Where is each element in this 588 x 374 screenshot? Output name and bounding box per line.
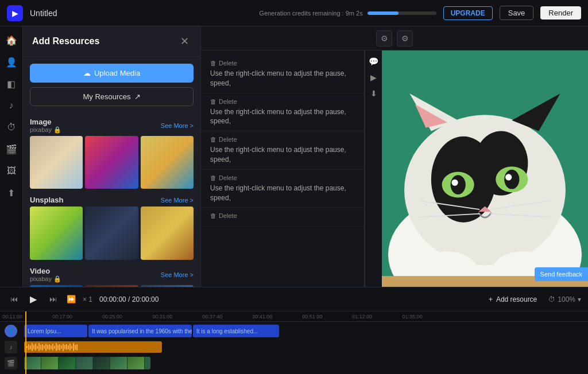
svg-point-12 xyxy=(451,180,458,186)
playback-controls: ⏮ ▶ ⏭ ⏩ × 1 xyxy=(7,291,92,307)
play-button[interactable]: ▶ xyxy=(25,291,41,307)
sidebar-item-audio[interactable]: ♪ xyxy=(2,96,21,115)
video-track-icon: 🎬 xyxy=(5,357,17,369)
track-delete-3[interactable]: 🗑 Delete xyxy=(210,136,355,143)
panel-header: Add Resources ✕ xyxy=(23,26,200,57)
track-item[interactable]: 🗑 Delete xyxy=(201,208,364,227)
save-button[interactable]: Save xyxy=(500,6,534,20)
timeline-video-clip[interactable] xyxy=(24,357,150,369)
trash-icon: 🗑 xyxy=(210,136,216,143)
track-item[interactable]: 🗑 Delete Use the right-click menu to adj… xyxy=(201,170,364,208)
zoom-control[interactable]: ⏱ 100% ▾ xyxy=(548,295,581,303)
preview-image: Send feedback xyxy=(382,50,588,287)
timeline-playhead[interactable] xyxy=(25,311,26,374)
resources-panel: Add Resources ✕ ☁ Upload Media My Resour… xyxy=(23,26,201,287)
timeline-audio-clip[interactable] xyxy=(24,341,162,353)
rewind-button[interactable]: ⏮ xyxy=(7,293,21,306)
content-split: 🗑 Delete Use the right-click menu to adj… xyxy=(201,50,588,287)
trash-icon: 🗑 xyxy=(210,174,216,181)
trash-icon: 🗑 xyxy=(210,212,216,219)
audio-track-icon: ♪ xyxy=(5,341,17,353)
image-thumb-3[interactable] xyxy=(141,136,194,189)
panel-actions: ☁ Upload Media My Resources ↗ xyxy=(23,57,200,111)
video-frame-1 xyxy=(24,357,41,369)
video-frame-4 xyxy=(76,357,93,369)
track-delete-4[interactable]: 🗑 Delete xyxy=(210,174,355,181)
track-item[interactable]: 🗑 Delete Use the right-click menu to adj… xyxy=(201,94,364,132)
sidebar-item-upload[interactable]: ⬆ xyxy=(2,184,21,202)
sidebar-item-film[interactable]: 🎬 xyxy=(2,140,21,158)
video-see-more[interactable]: See More > xyxy=(161,271,194,278)
panel-scroll[interactable]: Image pixabay 🔒 See More > Unsplash See … xyxy=(23,111,200,287)
timeline-row-text: 👤 Lorem Ipsu... It was popularised in th… xyxy=(24,324,586,338)
track-delete-5[interactable]: 🗑 Delete xyxy=(210,212,355,219)
timeline-ruler: 00:11:00 00:17:00 00:25:00 00:31:00 00:3… xyxy=(0,311,588,322)
image-thumb-1[interactable] xyxy=(30,136,83,189)
image-section-sub: pixabay 🔒 xyxy=(30,126,61,134)
credits-info: Generation credits remaining : 9m 2s xyxy=(259,10,436,17)
ruler-mark: 00:25:00 xyxy=(102,314,122,320)
sidebar-item-layers[interactable]: ◧ xyxy=(2,75,21,93)
unsplash-section-title: Unsplash xyxy=(30,196,64,204)
sidebar-item-clock[interactable]: ⏱ xyxy=(2,118,21,137)
playback-bar: ⏮ ▶ ⏭ ⏩ × 1 00:00:00 / 20:00:00 + Add re… xyxy=(0,287,588,311)
my-resources-button[interactable]: My Resources ↗ xyxy=(30,87,194,106)
preview-panel: 💬 ▶ ⬇ xyxy=(364,50,588,287)
timeline-clip-1[interactable]: Lorem Ipsu... xyxy=(24,325,87,337)
track-item[interactable]: 🗑 Delete Use the right-click menu to adj… xyxy=(201,55,364,94)
video-frame-2 xyxy=(41,357,59,369)
external-link-icon: ↗ xyxy=(134,92,141,101)
panel-title: Add Resources xyxy=(32,36,99,46)
track-text-3: Use the right-click menu to adjust the p… xyxy=(210,145,355,165)
fast-forward-button[interactable]: ⏩ xyxy=(64,293,78,306)
download-icon[interactable]: ⬇ xyxy=(368,87,380,100)
forward-button[interactable]: ⏭ xyxy=(46,293,60,306)
ruler-mark: 00:51:00 xyxy=(302,314,322,320)
video-frame-3 xyxy=(59,357,76,369)
image-section-title: Image xyxy=(30,118,61,126)
settings-icon-2[interactable]: ⚙ xyxy=(397,30,413,46)
unsplash-thumb-3[interactable] xyxy=(141,207,194,259)
image-grid xyxy=(30,136,194,189)
upload-media-button[interactable]: ☁ Upload Media xyxy=(30,64,194,83)
chat-icon[interactable]: 💬 xyxy=(368,55,380,68)
close-panel-button[interactable]: ✕ xyxy=(177,34,191,48)
track-list[interactable]: 🗑 Delete Use the right-click menu to adj… xyxy=(201,50,364,287)
ruler-mark: 01:12:00 xyxy=(352,314,372,320)
credits-bar xyxy=(368,11,436,15)
icon-sidebar: 🏠 👤 ◧ ♪ ⏱ 🎬 🖼 ⬆ xyxy=(0,26,23,287)
track-item[interactable]: 🗑 Delete Use the right-click menu to adj… xyxy=(201,131,364,170)
image-thumb-2[interactable] xyxy=(85,136,138,189)
render-button[interactable]: Render xyxy=(540,6,581,20)
sidebar-item-image[interactable]: 🖼 xyxy=(2,162,21,180)
image-see-more[interactable]: See More > xyxy=(161,122,194,129)
play-icon[interactable]: ▶ xyxy=(368,71,380,84)
topbar: ▶ Untitled Generation credits remaining … xyxy=(0,0,588,26)
settings-icon-1[interactable]: ⚙ xyxy=(376,30,392,46)
unsplash-section-header: Unsplash See More > xyxy=(30,196,194,204)
ruler-mark: 00:41:00 xyxy=(252,314,272,320)
track-delete-2[interactable]: 🗑 Delete xyxy=(210,98,355,105)
track-delete-1[interactable]: 🗑 Delete xyxy=(210,60,355,67)
unsplash-thumb-1[interactable] xyxy=(30,207,83,259)
speed-label: × 1 xyxy=(83,295,92,303)
track-text-1: Use the right-click menu to adjust the p… xyxy=(210,69,355,88)
timeline-clip-2[interactable]: It was popularised in the 1960s with the… xyxy=(88,325,192,337)
trash-icon: 🗑 xyxy=(210,98,216,105)
send-feedback-button[interactable]: Send feedback xyxy=(535,267,588,281)
timeline-area[interactable]: 00:11:00 00:17:00 00:25:00 00:31:00 00:3… xyxy=(0,311,588,374)
upgrade-button[interactable]: UPGRADE xyxy=(443,6,493,20)
video-section-header: Video pixabay 🔒 See More > xyxy=(30,267,194,283)
document-title: Untitled xyxy=(30,9,252,18)
unsplash-see-more[interactable]: See More > xyxy=(161,197,194,204)
sidebar-item-person[interactable]: 👤 xyxy=(2,53,21,71)
timeline-clip-3[interactable]: It is a long established... xyxy=(193,325,279,337)
track-text-4: Use the right-click menu to adjust the p… xyxy=(210,184,355,203)
app-logo: ▶ xyxy=(7,5,23,21)
video-frame-5 xyxy=(93,357,110,369)
video-section-title: Video xyxy=(30,267,61,275)
sidebar-item-home[interactable]: 🏠 xyxy=(2,31,21,49)
add-resource-button[interactable]: + Add resource xyxy=(484,293,541,306)
svg-point-13 xyxy=(505,174,512,180)
unsplash-thumb-2[interactable] xyxy=(85,207,138,259)
